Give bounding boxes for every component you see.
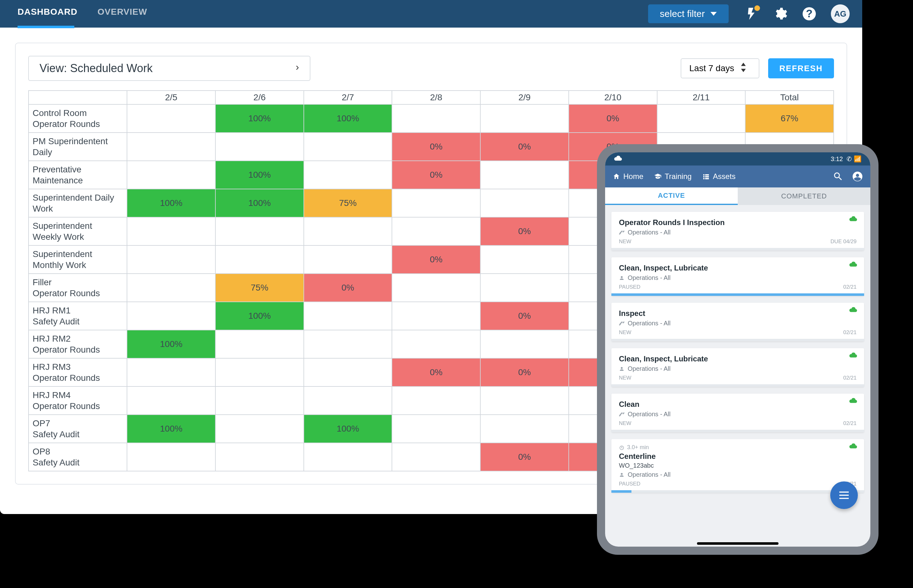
column-header: 2/10 [569,90,657,104]
avatar[interactable]: AG [831,4,850,23]
row-label: Control RoomOperator Rounds [29,104,127,132]
svg-text:?: ? [806,8,812,20]
gear-icon[interactable] [773,6,788,21]
cell: 100% [127,330,215,358]
card-status: NEW [619,330,632,336]
cell [215,217,304,246]
cell: 75% [215,274,304,302]
cell [392,443,480,471]
search-icon[interactable] [833,171,844,182]
phone-nav-home[interactable]: Home [612,172,643,181]
range-select[interactable]: Last 7 days [681,58,759,78]
card-title: Clean [619,400,856,409]
work-card[interactable]: Operator Rounds I InspectionOperations -… [611,212,864,250]
work-card[interactable]: CleanOperations - AllNEW02/21 [611,394,864,432]
cloud-sync-icon [849,352,857,360]
cell [304,132,392,161]
work-card[interactable]: 3.0+ minCenterlineWO_123abcOperations - … [611,439,864,493]
cloud-sync-icon [849,216,857,223]
work-card[interactable]: InspectOperations - AllNEW02/21 [611,303,864,341]
card-operations: Operations - All [619,365,856,372]
row-label: OP8Safety Audit [29,443,127,471]
cell [127,274,215,302]
cell [215,330,304,358]
cloud-sync-icon [849,307,857,314]
card-progress [611,293,864,296]
cell: 100% [127,189,215,217]
card-status: PAUSED [619,481,640,487]
cell [480,161,569,189]
chevron-down-icon [711,12,717,16]
card-operations: Operations - All [619,410,856,418]
cell: 100% [304,104,392,132]
cell [215,386,304,415]
row-label: HRJ RM3Operator Rounds [29,358,127,386]
segtab-active[interactable]: ACTIVE [605,187,738,205]
card-operations: Operations - All [619,274,856,281]
nav-tab-overview[interactable]: OVERVIEW [97,0,147,27]
cell [215,246,304,274]
cell: 100% [215,189,304,217]
card-operations: Operations - All [619,229,856,236]
phone-time: 3:12 [831,155,843,163]
phone-nav-training[interactable]: Training [654,172,692,181]
cell: 0% [480,443,569,471]
user-icon[interactable] [852,171,863,182]
avatar-initials: AG [834,9,847,19]
nav-tab-dashboard[interactable]: DASHBOARD [18,0,78,27]
refresh-button[interactable]: REFRESH [768,58,834,78]
cell [127,443,215,471]
work-card[interactable]: Clean, Inspect, LubricateOperations - Al… [611,257,864,296]
cell [304,443,392,471]
cell [127,358,215,386]
notification-dot [755,5,760,11]
row-label: HRJ RM2Operator Rounds [29,330,127,358]
cell: 0% [480,302,569,330]
segtab-completed[interactable]: COMPLETED [738,187,870,205]
view-select[interactable]: View: Scheduled Work ‹ [28,56,310,81]
row-label: OP7Safety Audit [29,415,127,443]
column-header: 2/5 [127,90,215,104]
card-operations: Operations - All [619,320,856,327]
filter-button[interactable]: select filter [648,4,729,23]
cell [215,132,304,161]
cell [480,246,569,274]
card-title: Operator Rounds I Inspection [619,218,856,227]
cell: 0% [480,358,569,386]
card-due: 02/21 [843,420,856,426]
eta-label: 3.0+ min [619,444,856,451]
cell: 0% [392,132,480,161]
cell [304,302,392,330]
cell: 0% [392,246,480,274]
help-icon[interactable]: ? [802,6,816,21]
cloud-icon [614,155,622,163]
cell [127,104,215,132]
bolt-icon[interactable] [744,6,759,21]
phone-nav-assets[interactable]: Assets [702,172,735,181]
cell [657,104,746,132]
cell [127,386,215,415]
view-label: View: Scheduled Work [39,62,153,75]
topbar: DASHBOARDOVERVIEW select filter ? AG [0,0,862,27]
cell [480,189,569,217]
card-progress [611,490,864,493]
chevron-left-icon: ‹ [296,63,299,74]
card-progress [611,384,864,387]
phone-status-bar: 3:12 ✆ 📶 [605,152,870,165]
cell: 75% [304,189,392,217]
cell: 100% [215,161,304,189]
cell [304,330,392,358]
work-card[interactable]: Clean, Inspect, LubricateOperations - Al… [611,348,864,387]
cell [392,217,480,246]
cap-icon [654,173,661,180]
cell [392,330,480,358]
card-due: 02/21 [843,375,856,381]
fab-button[interactable] [830,481,858,509]
list-icon [702,173,710,180]
cell [392,274,480,302]
row-label: PreventativeMaintenance [29,161,127,189]
refresh-label: REFRESH [779,64,823,73]
cell [392,415,480,443]
cell [215,358,304,386]
card-progress [611,339,864,341]
